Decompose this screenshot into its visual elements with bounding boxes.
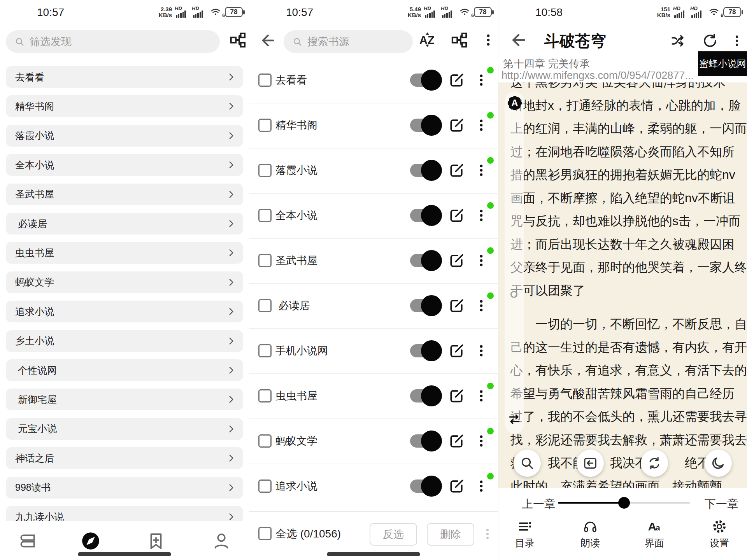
discover-source-item[interactable]: 虫虫书屋 [6,242,243,264]
discover-source-item[interactable]: 全本小说 [6,154,243,176]
delete-button[interactable]: 删除 [427,523,474,546]
source-name: 998读书 [15,481,51,494]
discover-source-item[interactable]: 998读书 [6,477,243,499]
discover-source-item[interactable]: 个性说网 [6,359,243,381]
tab-settings[interactable]: 设置 [710,519,729,550]
edit-source-button[interactable] [448,117,465,134]
discover-source-item[interactable]: 追求小说 [6,301,243,322]
source-group-button[interactable] [450,31,468,49]
row-menu-button[interactable] [474,162,489,179]
sort-az-button[interactable]: AZ [419,31,437,49]
refresh-icon[interactable] [702,33,718,49]
chevron-right-icon [226,424,236,434]
a-seal-badge[interactable]: A [506,94,524,112]
clock: 10:57 [286,6,313,19]
back-button[interactable] [509,31,526,49]
discover-source-item[interactable]: 圣武书屋 [6,184,243,205]
slider-thumb[interactable] [618,497,630,509]
overflow-menu-button[interactable] [730,33,744,49]
row-menu-button[interactable] [474,117,489,134]
chapter-progress-slider[interactable] [558,502,690,504]
next-chapter-button[interactable]: 下一章 [705,497,738,512]
enable-toggle[interactable] [410,164,440,177]
edit-source-button[interactable] [448,342,465,359]
prev-chapter-button[interactable]: 上一章 [522,497,556,512]
row-checkbox[interactable] [258,119,272,132]
edit-source-button[interactable] [448,252,465,269]
change-source-icon[interactable] [670,33,686,49]
swap-icon[interactable] [507,411,522,427]
discover-source-item[interactable]: 乡土小说 [6,330,243,352]
discover-source-item[interactable]: 必读居 [6,213,243,234]
tab-read-aloud[interactable]: 朗读 [580,519,600,550]
source-name: 手机小说网 [275,344,328,358]
reading-area[interactable]: 这个黑衫男对美 位美容大仙浑身的技术断地封x，打通经脉的表情，心跳的加，脸上的红… [498,82,747,488]
tab-toc[interactable]: 目录 [515,519,535,550]
discover-source-item[interactable]: 元宝小说 [6,418,243,440]
discover-source-item[interactable]: 精华书阁 [6,95,243,117]
row-checkbox[interactable] [258,254,272,267]
enable-toggle[interactable] [410,299,440,312]
fab-speaker[interactable] [577,450,604,477]
overflow-menu-button[interactable] [481,31,496,49]
row-menu-button[interactable] [474,387,489,404]
nav-discover[interactable] [81,531,100,551]
edit-source-button[interactable] [448,297,465,314]
edit-source-button[interactable] [448,72,465,89]
row-checkbox[interactable] [258,164,272,177]
fab-replace[interactable] [641,450,668,477]
reader-toolbar: 上一章 下一章 目录 朗读 Aa 界面 设置 [498,488,747,560]
discover-source-item[interactable]: 神话之后 [6,447,243,469]
edit-source-button[interactable] [448,162,465,179]
enable-toggle[interactable] [410,74,440,87]
row-menu-button[interactable] [474,207,489,224]
select-all-checkbox[interactable] [258,527,272,540]
row-checkbox[interactable] [258,344,272,357]
row-menu-button[interactable] [474,297,489,314]
row-menu-button[interactable] [474,252,489,269]
row-checkbox[interactable] [258,74,272,87]
discover-source-item[interactable]: 新御宅屋 [6,388,243,410]
enable-toggle[interactable] [410,119,440,132]
enable-toggle[interactable] [410,209,440,222]
row-menu-button[interactable] [474,478,489,495]
tab-interface[interactable]: Aa 界面 [645,519,664,550]
gear-icon [712,519,727,534]
search-input[interactable]: 搜索书源 [284,30,413,53]
slider-fill [558,502,624,504]
network-speed: 151KB/s [657,6,670,18]
row-checkbox[interactable] [258,480,272,493]
edit-source-button[interactable] [448,387,465,404]
nav-profile[interactable] [212,531,231,551]
enable-toggle[interactable] [410,434,440,448]
nav-subscription[interactable] [146,531,166,551]
row-menu-button[interactable] [474,72,489,89]
fab-moon[interactable] [705,450,732,477]
row-checkbox[interactable] [258,209,272,222]
row-checkbox[interactable] [258,299,272,312]
enable-toggle[interactable] [410,254,440,267]
nav-bookshelf[interactable] [18,531,37,551]
reader-line: 希望与勇气酸甜苦辣风霜雪雨的自己经历 [498,382,747,406]
row-checkbox[interactable] [258,434,272,448]
source-group-button[interactable] [229,31,247,49]
enable-toggle[interactable] [410,480,440,493]
row-menu-button[interactable] [474,342,489,359]
edit-source-button[interactable] [448,478,465,495]
discover-source-item[interactable]: 去看看 [6,66,243,88]
more-actions-button[interactable] [481,525,494,542]
discover-source-item[interactable]: 蚂蚁文学 [6,271,243,293]
edit-source-button[interactable] [448,432,465,450]
edit-source-button[interactable] [448,207,465,224]
chapter-url[interactable]: http://www.mifengxs.com/0/954/702877... [502,70,694,82]
invert-selection-button[interactable]: 反选 [370,523,417,546]
discover-source-item[interactable]: 落霞小说 [6,125,243,147]
enable-toggle[interactable] [410,344,440,357]
row-checkbox[interactable] [258,389,272,402]
back-button[interactable] [258,32,275,49]
reader-line: 上的红润，丰满的山峰，柔弱的躯，一闪而 [498,117,747,140]
search-input[interactable]: 筛选发现 [6,30,220,53]
row-menu-button[interactable] [474,432,489,450]
enable-toggle[interactable] [410,389,440,402]
fab-search[interactable] [514,450,541,477]
